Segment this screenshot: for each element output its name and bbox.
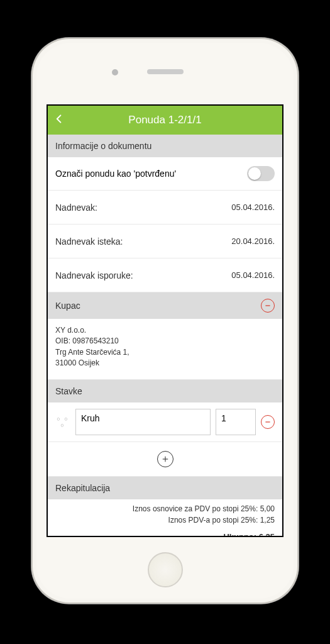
buyer-address1: Trg Ante Starčevića 1,	[55, 347, 275, 358]
minus-icon	[264, 302, 272, 309]
delivery-row[interactable]: Nadnevak isporuke: 05.04.2016.	[48, 258, 282, 292]
expiry-row[interactable]: Nadnevak isteka: 20.04.2016.	[48, 225, 282, 258]
app-header: Ponuda 1-2/1/1	[48, 106, 282, 135]
delivery-value: 05.04.2016.	[231, 270, 275, 280]
item-row: ○ ○ ○ Kruh 1	[48, 402, 282, 442]
item-name-input[interactable]: Kruh	[75, 409, 211, 435]
expiry-label: Nadnevak isteka:	[55, 236, 123, 247]
date-row[interactable]: Nadnevak: 05.04.2016.	[48, 191, 282, 225]
content-scroll[interactable]: Informacije o dokumentu Označi ponudu ka…	[48, 135, 282, 536]
confirm-toggle-label: Označi ponudu kao 'potvrđenu'	[55, 169, 176, 179]
section-buyer: Kupac	[48, 292, 282, 319]
recap-block: Iznos osnovice za PDV po stopi 25%: 5,00…	[48, 499, 282, 536]
section-buyer-label: Kupac	[55, 301, 80, 311]
section-info: Informacije o dokumentu	[48, 135, 282, 157]
minus-icon	[264, 418, 272, 426]
buyer-oib: OIB: 09876543210	[55, 336, 275, 347]
buyer-info[interactable]: XY d.o.o. OIB: 09876543210 Trg Ante Star…	[48, 319, 282, 380]
recap-base: Iznos osnovice za PDV po stopi 25%: 5,00	[55, 503, 275, 514]
buyer-name: XY d.o.o.	[55, 325, 275, 336]
remove-buyer-button[interactable]	[261, 299, 275, 313]
add-item-button[interactable]	[157, 451, 173, 467]
plus-icon	[161, 455, 170, 464]
section-info-label: Informacije o dokumentu	[55, 141, 151, 151]
app-screen: Ponuda 1-2/1/1 Informacije o dokumentu O…	[47, 104, 283, 537]
home-button[interactable]	[148, 552, 183, 587]
section-recap: Rekapitulacija	[48, 477, 282, 499]
recap-total: Ukupno: 6,25	[55, 531, 275, 536]
date-label: Nadnevak:	[55, 203, 97, 213]
remove-item-button[interactable]	[261, 415, 275, 429]
buyer-address2: 31000 Osijek	[55, 358, 275, 369]
delivery-label: Nadnevak isporuke:	[55, 270, 133, 280]
section-items: Stavke	[48, 380, 282, 402]
section-recap-label: Rekapitulacija	[55, 483, 110, 493]
phone-speaker	[147, 69, 184, 74]
phone-camera	[112, 69, 118, 75]
add-item-row	[48, 442, 282, 477]
back-button[interactable]	[54, 114, 67, 126]
drag-handle-icon[interactable]: ○ ○ ○	[55, 416, 70, 428]
confirm-toggle-row: Označi ponudu kao 'potvrđenu'	[48, 157, 282, 191]
date-value: 05.04.2016.	[231, 203, 275, 212]
item-qty-input[interactable]: 1	[216, 409, 256, 435]
section-items-label: Stavke	[55, 386, 82, 396]
phone-frame: Ponuda 1-2/1/1 Informacije o dokumentu O…	[31, 38, 299, 604]
recap-vat: Iznos PDV-a po stopi 25%: 1,25	[55, 514, 275, 526]
confirm-toggle[interactable]	[247, 166, 275, 181]
expiry-value: 20.04.2016.	[231, 236, 275, 246]
page-title: Ponuda 1-2/1/1	[128, 114, 201, 126]
chevron-left-icon	[54, 114, 64, 124]
phone-inner: Ponuda 1-2/1/1 Informacije o dokumentu O…	[36, 43, 294, 599]
